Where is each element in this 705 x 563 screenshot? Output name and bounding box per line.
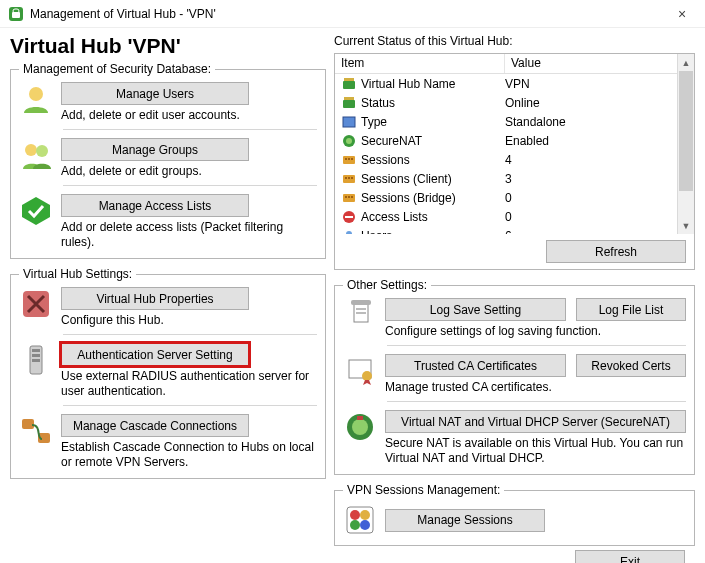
svg-rect-15 xyxy=(344,78,354,81)
separator xyxy=(387,401,686,402)
status-row[interactable]: Access Lists0 xyxy=(335,207,677,226)
svg-point-45 xyxy=(352,419,368,435)
manage-sessions-button[interactable]: Manage Sessions xyxy=(385,509,545,532)
status-row-icon xyxy=(341,114,357,130)
svg-rect-17 xyxy=(344,97,354,100)
status-item-label: Users xyxy=(361,229,505,235)
svg-marker-6 xyxy=(22,197,50,225)
scroll-down-button[interactable]: ▼ xyxy=(678,217,694,234)
status-row-icon xyxy=(341,171,357,187)
manage-cascade-button[interactable]: Manage Cascade Connections xyxy=(61,414,249,437)
svg-rect-31 xyxy=(348,196,350,198)
certificate-icon xyxy=(343,354,377,388)
svg-point-50 xyxy=(350,520,360,530)
status-row[interactable]: TypeStandalone xyxy=(335,112,677,131)
nat-desc: Secure NAT is available on this Virtual … xyxy=(385,436,686,466)
scrollbar[interactable]: ▲ ▼ xyxy=(677,54,694,234)
security-database-legend: Management of Security Database: xyxy=(19,62,215,76)
manage-groups-button[interactable]: Manage Groups xyxy=(61,138,249,161)
status-table: Item Value Virtual Hub NameVPNStatusOnli… xyxy=(335,54,677,234)
manage-cascade-desc: Establish Cascade Connection to Hubs on … xyxy=(61,440,317,470)
status-col-item[interactable]: Item xyxy=(335,54,505,73)
app-icon xyxy=(8,6,24,22)
svg-point-20 xyxy=(346,138,352,144)
svg-rect-34 xyxy=(345,216,353,218)
manage-users-button[interactable]: Manage Users xyxy=(61,82,249,105)
manage-access-lists-desc: Add or delete access lists (Packet filte… xyxy=(61,220,317,250)
auth-server-desc: Use external RADIUS authentication serve… xyxy=(61,369,317,399)
svg-rect-40 xyxy=(356,308,366,310)
close-button[interactable]: × xyxy=(667,0,697,27)
hub-properties-icon xyxy=(19,287,53,321)
sessions-legend: VPN Sessions Management: xyxy=(343,483,504,497)
scroll-up-button[interactable]: ▲ xyxy=(678,54,694,71)
status-item-value: 0 xyxy=(505,210,677,224)
trusted-ca-button[interactable]: Trusted CA Certificates xyxy=(385,354,566,377)
refresh-button[interactable]: Refresh xyxy=(546,240,686,263)
svg-rect-47 xyxy=(347,507,373,533)
status-item-value: 0 xyxy=(505,191,677,205)
revoked-certs-button[interactable]: Revoked Certs xyxy=(576,354,686,377)
status-item-value: 3 xyxy=(505,172,677,186)
status-item-value: Standalone xyxy=(505,115,677,129)
cascade-icon xyxy=(19,414,53,448)
svg-rect-16 xyxy=(343,100,355,108)
exit-button[interactable]: Exit xyxy=(575,550,685,563)
status-row[interactable]: Sessions (Client)3 xyxy=(335,169,677,188)
status-row[interactable]: Sessions (Bridge)0 xyxy=(335,188,677,207)
svg-rect-27 xyxy=(348,177,350,179)
page-title: Virtual Hub 'VPN' xyxy=(10,34,326,58)
status-row[interactable]: Sessions4 xyxy=(335,150,677,169)
svg-point-35 xyxy=(346,231,352,235)
group-icon xyxy=(19,138,53,172)
security-database-group: Management of Security Database: Manage … xyxy=(10,62,326,259)
status-row-icon xyxy=(341,133,357,149)
manage-access-lists-button[interactable]: Manage Access Lists xyxy=(61,194,249,217)
status-row[interactable]: Virtual Hub NameVPN xyxy=(335,74,677,93)
svg-rect-11 xyxy=(32,359,40,362)
svg-rect-23 xyxy=(348,158,350,160)
svg-rect-26 xyxy=(345,177,347,179)
status-row-icon xyxy=(341,95,357,111)
status-row[interactable]: Users6 xyxy=(335,226,677,234)
other-settings-group: Other Settings: Log Save Setting Log Fil… xyxy=(334,278,695,475)
manage-groups-desc: Add, delete or edit groups. xyxy=(61,164,317,179)
status-row-icon xyxy=(341,76,357,92)
status-row[interactable]: SecureNATEnabled xyxy=(335,131,677,150)
svg-point-5 xyxy=(36,145,48,157)
virtual-hub-properties-desc: Configure this Hub. xyxy=(61,313,317,328)
status-row-icon xyxy=(341,152,357,168)
user-icon xyxy=(19,82,53,116)
log-save-setting-button[interactable]: Log Save Setting xyxy=(385,298,566,321)
status-item-label: Virtual Hub Name xyxy=(361,77,505,91)
status-row[interactable]: StatusOnline xyxy=(335,93,677,112)
status-item-value: VPN xyxy=(505,77,677,91)
scroll-thumb[interactable] xyxy=(679,71,693,191)
svg-point-51 xyxy=(360,520,370,530)
auth-server-icon xyxy=(19,343,53,377)
status-item-label: Type xyxy=(361,115,505,129)
status-item-label: Sessions xyxy=(361,153,505,167)
log-icon xyxy=(343,298,377,332)
log-desc: Configure settings of log saving functio… xyxy=(385,324,686,339)
virtual-hub-properties-button[interactable]: Virtual Hub Properties xyxy=(61,287,249,310)
virtual-nat-button[interactable]: Virtual NAT and Virtual DHCP Server (Sec… xyxy=(385,410,686,433)
log-file-list-button[interactable]: Log File List xyxy=(576,298,686,321)
window-title: Management of Virtual Hub - 'VPN' xyxy=(30,7,667,21)
svg-rect-12 xyxy=(22,419,34,429)
svg-rect-10 xyxy=(32,354,40,357)
separator xyxy=(63,129,317,130)
svg-point-49 xyxy=(360,510,370,520)
separator xyxy=(63,405,317,406)
auth-server-setting-button[interactable]: Authentication Server Setting xyxy=(61,343,249,366)
svg-rect-24 xyxy=(351,158,353,160)
status-item-value: 6 xyxy=(505,229,677,235)
other-settings-legend: Other Settings: xyxy=(343,278,431,292)
svg-point-48 xyxy=(350,510,360,520)
svg-rect-30 xyxy=(345,196,347,198)
titlebar: Management of Virtual Hub - 'VPN' × xyxy=(0,0,705,28)
securenat-icon xyxy=(343,410,377,444)
status-col-value[interactable]: Value xyxy=(505,54,677,73)
svg-rect-32 xyxy=(351,196,353,198)
status-row-icon xyxy=(341,228,357,235)
